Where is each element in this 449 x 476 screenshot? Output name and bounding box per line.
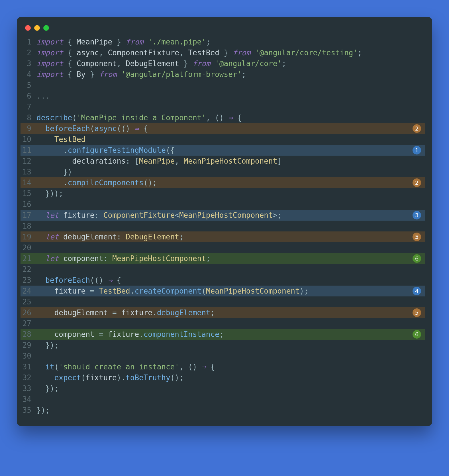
code-content[interactable]: .compileComponents(); xyxy=(36,177,425,188)
close-icon[interactable] xyxy=(25,25,31,31)
code-content[interactable]: let debugElement: DebugElement; xyxy=(36,231,425,242)
code-line[interactable]: 30 xyxy=(21,351,425,361)
token-pn: { xyxy=(112,276,121,284)
code-line[interactable]: 25 xyxy=(21,296,425,307)
code-content[interactable]: ... xyxy=(36,91,425,101)
code-line[interactable]: 20 xyxy=(21,242,425,253)
code-content[interactable]: fixture = TestBed.createComponent(MeanPi… xyxy=(36,286,425,296)
code-line[interactable]: 18 xyxy=(21,221,425,231)
code-content[interactable] xyxy=(36,199,425,210)
token-kw: ⇒ xyxy=(108,276,112,284)
code-content[interactable]: debugElement = fixture.debugElement; xyxy=(36,307,425,318)
code-content[interactable]: component = fixture.componentInstance; xyxy=(36,329,425,340)
code-content[interactable] xyxy=(36,101,425,112)
code-line[interactable]: 1import { MeanPipe } from './mean.pipe'; xyxy=(21,36,425,47)
code-line[interactable]: 21 let component: MeanPipeHostComponent;… xyxy=(21,253,425,264)
code-line[interactable]: 2import { async, ComponentFixture, TestB… xyxy=(21,47,425,58)
code-line[interactable]: 31 it('should create an instance', () ⇒ … xyxy=(21,361,425,372)
token-pn: ( xyxy=(54,363,59,371)
code-line[interactable]: 10 TestBed xyxy=(21,134,425,145)
code-line[interactable]: 14 .compileComponents();2 xyxy=(21,177,425,188)
code-line[interactable]: 8describe('MeanPipe inside a Component',… xyxy=(21,112,425,123)
token-pn: }); xyxy=(36,406,50,414)
token-kw: from xyxy=(126,38,144,46)
token-ty: TestBed xyxy=(99,287,130,295)
token-fn: describe xyxy=(36,113,72,122)
code-line[interactable]: 11 .configureTestingModule({1 xyxy=(21,145,425,156)
code-content[interactable] xyxy=(36,221,425,231)
code-line[interactable]: 22 xyxy=(21,264,425,275)
code-content[interactable]: .configureTestingModule({ xyxy=(36,145,425,156)
code-content[interactable]: }); xyxy=(36,383,425,394)
code-line[interactable]: 19 let debugElement: DebugElement;5 xyxy=(21,231,425,242)
token-pn: ; xyxy=(242,70,246,79)
code-line[interactable]: 6... xyxy=(21,91,425,101)
code-content[interactable]: let component: MeanPipeHostComponent; xyxy=(36,253,425,264)
code-line[interactable]: 4import { By } from '@angular/platform-b… xyxy=(21,69,425,80)
code-line[interactable]: 27 xyxy=(21,318,425,329)
code-line[interactable]: 26 debugElement = fixture.debugElement;5 xyxy=(21,307,425,318)
token-kw: let xyxy=(45,233,59,241)
code-line[interactable]: 32 expect(fixture).toBeTruthy(); xyxy=(21,372,425,383)
code-line[interactable]: 12 declarations: [MeanPipe, MeanPipeHost… xyxy=(21,156,425,166)
code-content[interactable] xyxy=(36,318,425,329)
code-line[interactable]: 7 xyxy=(21,101,425,112)
code-content[interactable]: })); xyxy=(36,188,425,199)
code-line[interactable]: 29 }); xyxy=(21,340,425,351)
code-editor[interactable]: 1import { MeanPipe } from './mean.pipe';… xyxy=(17,33,432,426)
code-content[interactable]: let fixture: ComponentFixture<MeanPipeHo… xyxy=(36,210,425,221)
token-vr: fixture xyxy=(63,211,95,219)
code-content[interactable]: describe('MeanPipe inside a Component', … xyxy=(36,112,425,123)
code-line[interactable]: 28 component = fixture.componentInstance… xyxy=(21,329,425,340)
code-line[interactable]: 17 let fixture: ComponentFixture<MeanPip… xyxy=(21,210,425,221)
code-content[interactable] xyxy=(36,264,425,275)
token-fn: configureTestingModule xyxy=(68,146,166,154)
token-pn xyxy=(36,373,54,382)
code-content[interactable]: }); xyxy=(36,405,425,416)
code-content[interactable]: declarations: [MeanPipe, MeanPipeHostCom… xyxy=(36,156,425,166)
code-content[interactable]: TestBed xyxy=(36,134,425,145)
code-content[interactable]: beforeEach(async(() ⇒ { xyxy=(36,123,425,134)
code-content[interactable] xyxy=(36,80,425,91)
line-number: 6 xyxy=(21,91,36,101)
annotation-badge: 2 xyxy=(413,178,421,187)
line-number: 16 xyxy=(21,199,36,210)
code-content[interactable]: expect(fixture).toBeTruthy(); xyxy=(36,372,425,383)
token-fn: expect xyxy=(54,373,81,382)
code-line[interactable]: 34 xyxy=(21,394,425,405)
token-pn: . xyxy=(36,178,68,187)
code-line[interactable]: 13 }) xyxy=(21,166,425,177)
token-fn: debugElement xyxy=(157,308,211,317)
minimize-icon[interactable] xyxy=(34,25,40,31)
code-line[interactable]: 35}); xyxy=(21,405,425,416)
token-str: '@angular/platform-browser' xyxy=(121,70,242,79)
code-content[interactable]: beforeEach(() ⇒ { xyxy=(36,275,425,286)
code-line[interactable]: 9 beforeEach(async(() ⇒ {2 xyxy=(21,123,425,134)
code-line[interactable]: 23 beforeEach(() ⇒ { xyxy=(21,275,425,286)
code-line[interactable]: 24 fixture = TestBed.createComponent(Mea… xyxy=(21,286,425,296)
code-content[interactable] xyxy=(36,242,425,253)
code-line[interactable]: 15 })); xyxy=(21,188,425,199)
code-content[interactable]: import { async, ComponentFixture, TestBe… xyxy=(36,47,425,58)
code-content[interactable]: import { MeanPipe } from './mean.pipe'; xyxy=(36,36,425,47)
token-ty: MeanPipe xyxy=(139,157,175,165)
code-line[interactable]: 33 }); xyxy=(21,383,425,394)
code-content[interactable]: }) xyxy=(36,166,425,177)
token-kw: from xyxy=(193,59,211,68)
code-content[interactable]: it('should create an instance', () ⇒ { xyxy=(36,361,425,372)
code-content[interactable] xyxy=(36,351,425,361)
token-fn: compileComponents xyxy=(68,178,144,187)
code-line[interactable]: 3import { Component, DebugElement } from… xyxy=(21,58,425,69)
token-prop: declarations xyxy=(72,157,126,165)
code-content[interactable]: import { By } from '@angular/platform-br… xyxy=(36,69,425,80)
code-content[interactable] xyxy=(36,296,425,307)
maximize-icon[interactable] xyxy=(43,25,49,31)
code-content[interactable]: }); xyxy=(36,340,425,351)
code-line[interactable]: 5 xyxy=(21,80,425,91)
token-str: '@angular/core' xyxy=(215,59,282,68)
code-content[interactable] xyxy=(36,394,425,405)
code-content[interactable]: import { Component, DebugElement } from … xyxy=(36,58,425,69)
line-number: 7 xyxy=(21,101,36,112)
code-line[interactable]: 16 xyxy=(21,199,425,210)
token-pn: ; xyxy=(358,48,362,57)
